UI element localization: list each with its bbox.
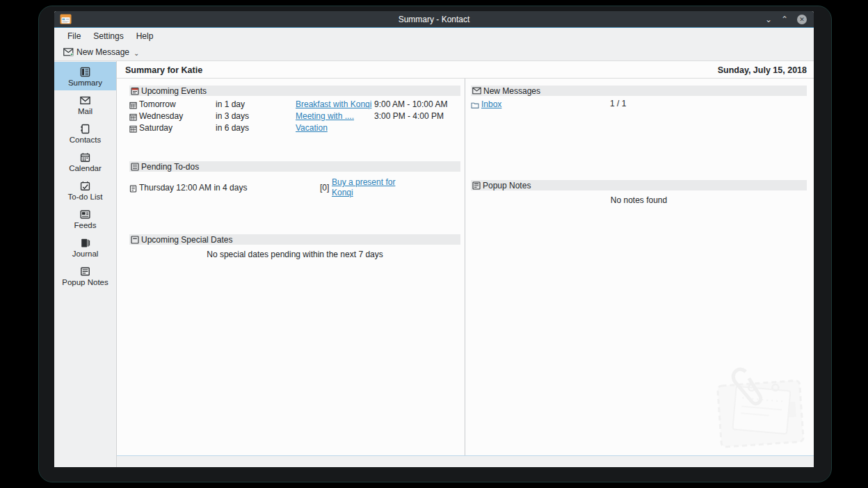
sidebar-item-label: Summary bbox=[68, 79, 102, 87]
inbox-link[interactable]: Inbox bbox=[481, 99, 501, 111]
event-row-day: Tomorrow bbox=[129, 99, 216, 111]
section-title: Upcoming Special Dates bbox=[141, 235, 232, 245]
folder-icon bbox=[471, 101, 479, 109]
event-link[interactable]: Vacation bbox=[296, 122, 328, 134]
sidebar-item-label: Journal bbox=[72, 250, 99, 258]
section-title: Pending To-dos bbox=[141, 162, 199, 172]
calendar-date-icon bbox=[131, 87, 139, 95]
sidebar: Summary Mail Contacts bbox=[54, 61, 117, 467]
calendar-icon bbox=[129, 101, 137, 109]
special-dates-header: Upcoming Special Dates bbox=[129, 234, 460, 245]
status-strip bbox=[117, 455, 814, 467]
event-row-day: Saturday bbox=[129, 122, 216, 134]
section-title: Upcoming Events bbox=[141, 86, 207, 96]
event-row-time: 9:00 AM - 10:00 AM bbox=[374, 99, 460, 111]
event-row-relative: in 1 day bbox=[216, 99, 296, 111]
upcoming-events-header: Upcoming Events bbox=[129, 86, 460, 96]
popup-notes-empty: No notes found bbox=[471, 195, 807, 205]
sidebar-item-contacts[interactable]: Contacts bbox=[54, 119, 116, 147]
close-button[interactable]: ✕ bbox=[797, 15, 807, 24]
event-link[interactable]: Breakfast with Konqi bbox=[296, 99, 371, 111]
note-icon bbox=[79, 266, 91, 277]
menu-settings[interactable]: Settings bbox=[87, 30, 129, 42]
feed-icon bbox=[79, 209, 91, 220]
message-folder-row: Inbox bbox=[471, 99, 610, 111]
new-messages-section: New Messages Inbox 1 / 1 bbox=[471, 86, 807, 111]
summary-columns: Upcoming Events Tomorrow in 1 day Breakf… bbox=[117, 79, 814, 455]
sidebar-item-label: To-do List bbox=[68, 193, 103, 201]
sidebar-item-feeds[interactable]: Feeds bbox=[54, 204, 116, 233]
special-dates-empty: No special dates pending within the next… bbox=[129, 250, 460, 259]
sidebar-item-label: Contacts bbox=[70, 136, 101, 144]
sidebar-item-label: Calendar bbox=[69, 164, 102, 172]
todo-row-priority: [0] bbox=[320, 183, 332, 193]
event-row-time bbox=[374, 122, 460, 134]
note-icon bbox=[472, 181, 481, 190]
upcoming-events-section: Upcoming Events Tomorrow in 1 day Breakf… bbox=[129, 86, 460, 134]
new-messages-list: Inbox 1 / 1 bbox=[471, 99, 807, 111]
popup-notes-header: Popup Notes bbox=[471, 180, 807, 190]
event-row-relative: in 3 days bbox=[216, 111, 296, 122]
address-book-icon bbox=[79, 123, 91, 135]
sidebar-item-calendar[interactable]: Calendar bbox=[54, 147, 116, 176]
event-row-relative: in 6 days bbox=[216, 122, 296, 134]
upcoming-events-list: Tomorrow in 1 day Breakfast with Konqi 9… bbox=[129, 99, 460, 134]
section-title: New Messages bbox=[483, 86, 540, 96]
current-date: Sunday, July 15, 2018 bbox=[718, 65, 807, 75]
calendar-icon bbox=[129, 113, 137, 121]
maximize-button[interactable]: ⌃ bbox=[781, 15, 788, 24]
list-icon bbox=[131, 163, 139, 171]
shade-button[interactable]: ⌄ bbox=[765, 15, 772, 24]
toolbar: New Message ⌄ bbox=[54, 44, 814, 61]
sidebar-item-label: Popup Notes bbox=[62, 278, 108, 286]
task-check-icon bbox=[79, 180, 91, 192]
summary-header: Summary for Katie Sunday, July 15, 2018 bbox=[117, 61, 814, 79]
todo-row-when: Thursday 12:00 AM in 4 days bbox=[129, 183, 320, 193]
new-message-label: New Message bbox=[77, 47, 129, 57]
popup-notes-section: Popup Notes No notes found bbox=[471, 180, 807, 205]
sidebar-item-label: Mail bbox=[78, 107, 93, 115]
event-link[interactable]: Meeting with .... bbox=[296, 111, 354, 122]
section-title: Popup Notes bbox=[483, 181, 531, 190]
sidebar-item-mail[interactable]: Mail bbox=[54, 90, 116, 119]
menu-help[interactable]: Help bbox=[130, 30, 160, 42]
sidebar-item-todo-list[interactable]: To-do List bbox=[54, 176, 116, 204]
calendar-minus-icon bbox=[131, 236, 139, 244]
main-area: Summary Mail Contacts bbox=[54, 61, 814, 467]
calendar-icon bbox=[129, 125, 137, 133]
journal-page-icon bbox=[129, 185, 137, 193]
summary-view: Summary for Katie Sunday, July 15, 2018 bbox=[117, 61, 814, 467]
kontact-logo-watermark bbox=[714, 361, 810, 450]
envelope-icon bbox=[79, 95, 91, 106]
chevron-down-icon[interactable]: ⌄ bbox=[134, 49, 139, 57]
left-column: Upcoming Events Tomorrow in 1 day Breakf… bbox=[117, 79, 465, 455]
envelope-icon bbox=[472, 87, 481, 95]
todo-link[interactable]: Buy a present for Konqi bbox=[332, 177, 395, 197]
calendar-icon bbox=[79, 152, 91, 163]
sidebar-item-summary[interactable]: Summary bbox=[54, 62, 116, 90]
journal-icon bbox=[79, 237, 91, 249]
pending-todos-header: Pending To-dos bbox=[129, 161, 460, 172]
event-row-day: Wednesday bbox=[129, 111, 216, 122]
event-row-time: 3:00 PM - 4:00 PM bbox=[374, 111, 460, 122]
kontact-window: Summary - Kontact ⌄ ⌃ ✕ File Settings He… bbox=[54, 11, 814, 467]
pending-todos-list: Thursday 12:00 AM in 4 days [0] Buy a pr… bbox=[129, 177, 460, 198]
menu-file[interactable]: File bbox=[61, 30, 87, 42]
new-messages-header: New Messages bbox=[471, 86, 807, 96]
newspaper-icon bbox=[79, 66, 91, 78]
kontact-app-icon bbox=[60, 14, 72, 24]
menubar: File Settings Help bbox=[54, 28, 814, 44]
special-dates-section: Upcoming Special Dates No special dates … bbox=[129, 234, 460, 259]
window-title: Summary - Kontact bbox=[399, 15, 470, 24]
sidebar-item-label: Feeds bbox=[74, 221, 97, 229]
message-count: 1 / 1 bbox=[610, 99, 807, 111]
right-column: New Messages Inbox 1 / 1 bbox=[465, 79, 814, 455]
page-title: Summary for Katie bbox=[125, 65, 202, 75]
envelope-plus-icon bbox=[63, 48, 74, 56]
new-message-button[interactable]: New Message ⌄ bbox=[61, 46, 142, 58]
window-controls: ⌄ ⌃ ✕ bbox=[765, 11, 807, 28]
pending-todos-section: Pending To-dos Thursday 12:00 AM in 4 da… bbox=[129, 161, 460, 198]
sidebar-item-popup-notes[interactable]: Popup Notes bbox=[54, 261, 116, 290]
titlebar[interactable]: Summary - Kontact ⌄ ⌃ ✕ bbox=[54, 11, 814, 28]
sidebar-item-journal[interactable]: Journal bbox=[54, 233, 116, 261]
